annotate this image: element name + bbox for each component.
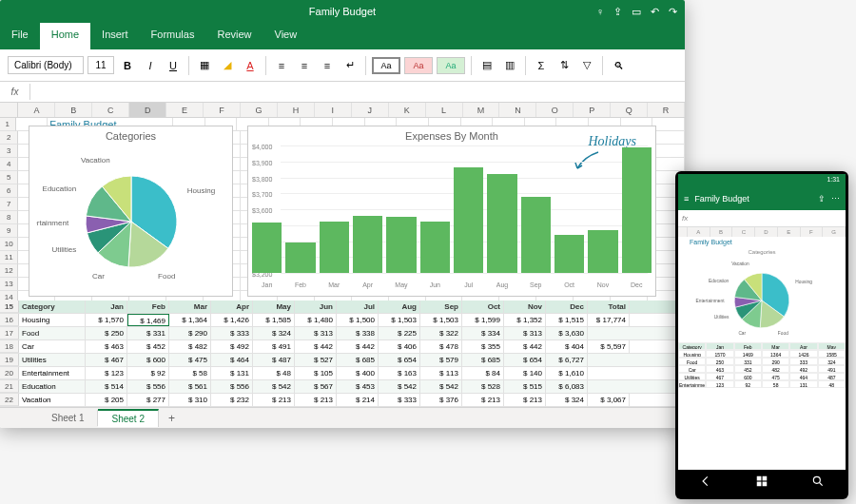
bar-chart[interactable]: Expenses By Month Holidays $3,200$3,300$… bbox=[247, 126, 656, 297]
svg-text:Vacation: Vacation bbox=[81, 156, 110, 165]
bar-Jan bbox=[252, 223, 282, 273]
svg-point-18 bbox=[813, 476, 820, 483]
search-icon[interactable] bbox=[811, 475, 825, 492]
col-header-R[interactable]: R bbox=[648, 103, 685, 117]
tab-home[interactable]: Home bbox=[40, 23, 90, 49]
border-button[interactable]: ▦ bbox=[195, 56, 214, 75]
col-header-D[interactable]: D bbox=[129, 103, 166, 117]
mobile-screen: 1:31 ≡ Family Budget ⇪ ⋯ fx ABCDEFG Fami… bbox=[678, 174, 846, 496]
svg-rect-17 bbox=[763, 482, 768, 487]
font-name-select[interactable]: Calibri (Body) bbox=[8, 56, 84, 74]
cell-style-1[interactable]: Aa bbox=[372, 57, 400, 74]
mobile-sheet-title: Family Budget bbox=[678, 237, 846, 247]
toolbar: Calibri (Body) 11 B I U ▦ ◢ A ≡ ≡ ≡ ↵ Aa… bbox=[0, 49, 685, 82]
col-header-K[interactable]: K bbox=[389, 103, 426, 117]
insert-cells-button[interactable]: ▤ bbox=[477, 56, 496, 75]
select-all-corner[interactable] bbox=[0, 103, 18, 117]
bold-button[interactable]: B bbox=[118, 56, 137, 75]
sheet-tab-1[interactable]: Sheet 1 bbox=[38, 410, 98, 426]
formula-bar: fx bbox=[0, 82, 685, 103]
bar-May bbox=[386, 217, 416, 273]
grid-area[interactable]: ABCDEFGHIJKLMNOPQR 1Family Budget2345678… bbox=[0, 103, 685, 407]
sheet-tab-2[interactable]: Sheet 2 bbox=[98, 409, 158, 427]
mobile-statusbar: 1:31 bbox=[678, 174, 846, 187]
tab-insert[interactable]: Insert bbox=[90, 23, 140, 49]
col-header-O[interactable]: O bbox=[536, 103, 574, 117]
formula-input[interactable] bbox=[30, 84, 685, 100]
col-header-A[interactable]: A bbox=[18, 103, 55, 117]
mobile-grid[interactable]: ABCDEFG Family Budget Categories Housing… bbox=[678, 227, 846, 470]
cell-style-2[interactable]: Aa bbox=[404, 57, 433, 74]
back-icon[interactable] bbox=[699, 475, 712, 492]
col-header-C[interactable]: C bbox=[92, 103, 129, 117]
fill-color-button[interactable]: ◢ bbox=[218, 56, 237, 75]
col-header-P[interactable]: P bbox=[574, 103, 611, 117]
title-bar: Family Budget ♀ ⇪ ▭ ↶ ↷ bbox=[0, 0, 685, 23]
tab-review[interactable]: Review bbox=[205, 23, 263, 49]
col-header-L[interactable]: L bbox=[426, 103, 463, 117]
mobile-nav-bar bbox=[678, 470, 846, 496]
col-header-G[interactable]: G bbox=[241, 103, 278, 117]
col-header-J[interactable]: J bbox=[352, 103, 389, 117]
more-icon[interactable]: ⋯ bbox=[831, 194, 840, 204]
col-header-H[interactable]: H bbox=[278, 103, 315, 117]
svg-text:Housing: Housing bbox=[186, 186, 214, 195]
hamburger-icon[interactable]: ≡ bbox=[684, 194, 689, 204]
find-button[interactable]: 🔍︎ bbox=[609, 56, 628, 75]
svg-rect-16 bbox=[757, 482, 762, 487]
fx-label: fx bbox=[0, 84, 30, 100]
align-right-button[interactable]: ≡ bbox=[318, 56, 337, 75]
redo-icon[interactable]: ↷ bbox=[669, 6, 677, 18]
share-icon[interactable]: ⇪ bbox=[613, 6, 622, 18]
column-headers: ABCDEFGHIJKLMNOPQR bbox=[0, 103, 685, 118]
bar-Nov bbox=[588, 230, 617, 273]
autosum-button[interactable]: Σ bbox=[532, 56, 551, 75]
cell-style-3[interactable]: Aa bbox=[437, 57, 465, 74]
col-header-B[interactable]: B bbox=[55, 103, 92, 117]
share-icon[interactable]: ⇪ bbox=[818, 194, 826, 204]
app-title: Family Budget bbox=[309, 6, 376, 17]
align-center-button[interactable]: ≡ bbox=[295, 56, 314, 75]
svg-text:Housing: Housing bbox=[795, 280, 812, 284]
bar-Jul bbox=[454, 167, 483, 273]
lightbulb-icon[interactable]: ♀ bbox=[596, 6, 604, 17]
align-left-button[interactable]: ≡ bbox=[272, 56, 291, 75]
undo-icon[interactable]: ↶ bbox=[651, 6, 659, 18]
bar-Feb bbox=[285, 242, 315, 273]
filter-button[interactable]: ▽ bbox=[577, 56, 596, 75]
tab-file[interactable]: File bbox=[0, 23, 40, 49]
mobile-time: 1:31 bbox=[827, 176, 840, 185]
font-size-select[interactable]: 11 bbox=[88, 56, 114, 74]
tab-view[interactable]: View bbox=[263, 23, 309, 49]
pie-chart[interactable]: Categories HousingFoodCarUtilitiesEntert… bbox=[29, 126, 233, 297]
mobile-formula-bar[interactable]: fx bbox=[678, 210, 846, 227]
col-header-I[interactable]: I bbox=[315, 103, 352, 117]
bar-Aug bbox=[487, 174, 516, 273]
sort-button[interactable]: ⇅ bbox=[554, 56, 574, 75]
italic-button[interactable]: I bbox=[141, 56, 160, 75]
wrap-text-button[interactable]: ↵ bbox=[340, 56, 360, 75]
delete-cells-button[interactable]: ▥ bbox=[500, 56, 519, 75]
col-header-F[interactable]: F bbox=[204, 103, 241, 117]
svg-line-19 bbox=[819, 483, 822, 486]
tab-formulas[interactable]: Formulas bbox=[140, 23, 206, 49]
book-icon[interactable]: ▭ bbox=[632, 6, 641, 18]
svg-text:Car: Car bbox=[738, 331, 746, 336]
svg-text:Education: Education bbox=[709, 279, 730, 283]
mobile-pie-chart: Categories HousingFoodCarUtilitiesEntert… bbox=[690, 249, 834, 340]
mobile-header: ≡ Family Budget ⇪ ⋯ bbox=[678, 187, 846, 210]
mobile-title: Family Budget bbox=[694, 194, 812, 204]
col-header-M[interactable]: M bbox=[463, 103, 500, 117]
pie-chart-svg: HousingFoodCarUtilitiesEntertainmentEduc… bbox=[36, 145, 226, 288]
windows-icon[interactable] bbox=[755, 475, 768, 492]
underline-button[interactable]: U bbox=[164, 56, 183, 75]
svg-text:Entertainment: Entertainment bbox=[36, 219, 69, 227]
font-color-button[interactable]: A bbox=[241, 56, 260, 75]
col-header-N[interactable]: N bbox=[499, 103, 536, 117]
svg-text:Food: Food bbox=[158, 272, 175, 281]
svg-rect-15 bbox=[763, 476, 768, 481]
add-sheet-button[interactable]: + bbox=[159, 409, 185, 428]
bar-Jun bbox=[420, 222, 450, 273]
col-header-Q[interactable]: Q bbox=[611, 103, 648, 117]
col-header-E[interactable]: E bbox=[166, 103, 204, 117]
